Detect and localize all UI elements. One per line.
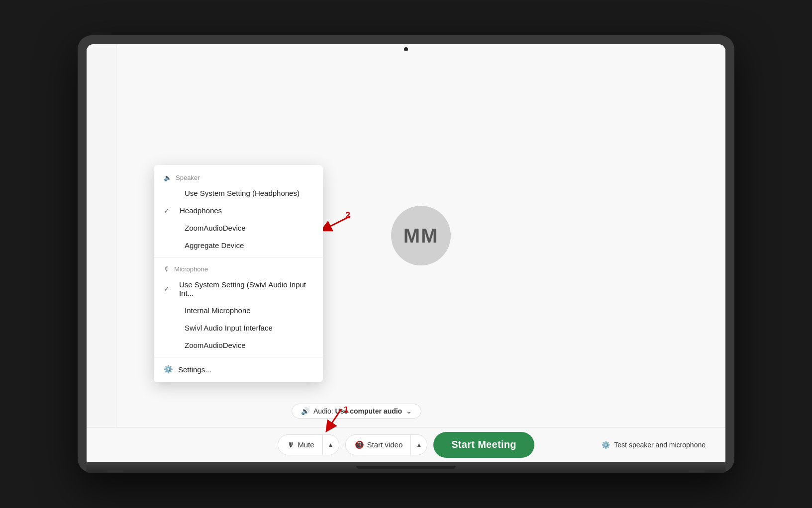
check-icon: ✓ [164,207,172,215]
video-button-group: 📵 Start video ▲ [345,434,428,455]
speaker-icon: 🔈 [164,174,172,181]
menu-item-settings[interactable]: ⚙️ Settings... [154,360,323,378]
divider-2 [154,357,323,357]
settings-icon: ⚙️ [164,365,173,374]
laptop-hinge [356,466,456,469]
mute-button[interactable]: 🎙 Mute [278,435,322,455]
speaker-section-label: 🔈 Speaker [154,169,323,184]
start-video-label: Start video [367,440,403,449]
test-speaker-link[interactable]: ⚙️ Test speaker and microphone [602,441,706,449]
svg-line-1 [325,216,350,229]
chevron-up-icon-2: ▲ [416,441,422,448]
chevron-up-icon: ▲ [328,441,334,448]
video-chevron-button[interactable]: ▲ [411,435,427,455]
laptop: MM 🔈 Speaker Use System Setting (Headpho… [78,35,734,473]
mute-button-group: 🎙 Mute ▲ [278,434,339,455]
menu-item-aggregate[interactable]: Aggregate Device [154,237,323,254]
audio-dropdown-menu: 🔈 Speaker Use System Setting (Headphones… [154,165,323,382]
svg-text:1: 1 [344,407,349,415]
zoom-main-area: MM 🔈 Speaker Use System Setting (Headpho… [87,44,725,427]
main-video-area: MM 🔈 Speaker Use System Setting (Headpho… [116,44,725,427]
audio-label-pill[interactable]: 🔊 Audio: Use computer audio ⌄ [292,404,421,419]
start-meeting-label: Start Meeting [451,439,516,450]
laptop-base [87,462,725,473]
screen-content: MM 🔈 Speaker Use System Setting (Headpho… [87,44,725,462]
chevron-down-icon: ⌄ [406,407,412,415]
menu-item-use-system-headphones[interactable]: Use System Setting (Headphones) [154,184,323,202]
mic-icon-2: 🎙 [287,440,295,449]
mute-chevron-button[interactable]: ▲ [323,435,339,455]
microphone-section-label: 🎙 Microphone [154,260,323,276]
bottom-bar: 🔊 Audio: Use computer audio ⌄ ⚙️ Test sp… [87,427,725,462]
menu-item-headphones[interactable]: ✓ Headphones [154,202,323,219]
divider-1 [154,257,323,257]
sidebar [87,44,116,427]
menu-item-internal-mic[interactable]: Internal Microphone [154,302,323,319]
menu-item-swivl-audio[interactable]: Swivl Audio Input Interface [154,319,323,337]
svg-text:2: 2 [345,211,350,220]
avatar: MM [391,206,451,265]
check-icon-2: ✓ [164,285,171,293]
menu-item-use-system-swivl[interactable]: ✓ Use System Setting (Swivl Audio Input … [154,276,323,302]
svg-line-4 [329,409,341,427]
video-off-icon: 📵 [355,440,364,449]
avatar-initials: MM [404,225,439,247]
start-video-button[interactable]: 📵 Start video [346,435,411,455]
camera-notch [404,47,408,51]
test-speaker-text: Test speaker and microphone [614,441,706,449]
mute-label: Mute [298,440,314,449]
menu-item-zoom-audio-2[interactable]: ZoomAudioDevice [154,337,323,354]
settings-icon-2: ⚙️ [602,441,610,449]
audio-icon: 🔊 [301,407,309,415]
menu-item-zoom-audio-1[interactable]: ZoomAudioDevice [154,219,323,237]
arrow-annotation-1: 1 [316,407,351,436]
screen-bezel: MM 🔈 Speaker Use System Setting (Headpho… [87,44,725,462]
mic-icon: 🎙 [164,265,170,273]
start-meeting-button[interactable]: Start Meeting [433,432,534,458]
